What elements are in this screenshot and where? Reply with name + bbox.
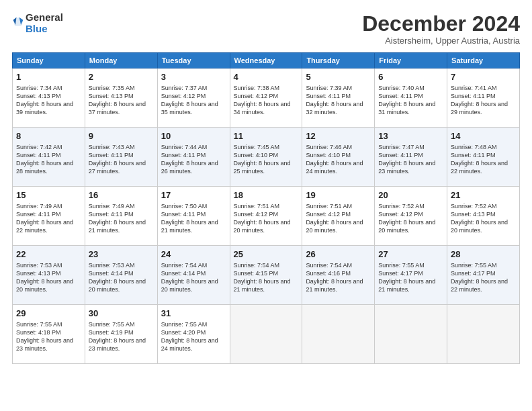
header-thursday: Thursday [302, 53, 375, 68]
day-number: 11 [234, 130, 299, 142]
daylight-label: Daylight: 8 hours and 26 minutes. [161, 160, 218, 175]
daylight-label: Daylight: 8 hours and 20 minutes. [451, 219, 508, 234]
calendar-cell: 13 Sunrise: 7:47 AM Sunset: 4:11 PM Dayl… [375, 128, 447, 187]
page: General Blue December 2024 Aistersheim, … [0, 0, 532, 371]
day-number: 23 [89, 248, 154, 261]
calendar-cell: 12 Sunrise: 7:46 AM Sunset: 4:10 PM Dayl… [302, 128, 375, 187]
sunrise-label: Sunrise: 7:42 AM [16, 144, 62, 150]
sunset-label: Sunset: 4:12 PM [234, 93, 279, 99]
daylight-label: Daylight: 8 hours and 21 minutes. [161, 219, 218, 234]
sunrise-label: Sunrise: 7:41 AM [451, 85, 497, 91]
calendar-cell: 18 Sunrise: 7:51 AM Sunset: 4:12 PM Dayl… [230, 187, 302, 246]
calendar-cell: 7 Sunrise: 7:41 AM Sunset: 4:11 PM Dayli… [447, 68, 520, 128]
calendar-cell: 6 Sunrise: 7:40 AM Sunset: 4:11 PM Dayli… [375, 68, 447, 128]
sunset-label: Sunset: 4:11 PM [161, 152, 206, 158]
calendar-cell: 8 Sunrise: 7:42 AM Sunset: 4:11 PM Dayli… [13, 128, 85, 187]
sunset-label: Sunset: 4:18 PM [16, 329, 61, 336]
day-number: 16 [89, 189, 154, 201]
calendar-cell: 30 Sunrise: 7:55 AM Sunset: 4:19 PM Dayl… [85, 305, 157, 364]
daylight-label: Daylight: 8 hours and 35 minutes. [161, 101, 218, 116]
day-number: 10 [161, 130, 226, 142]
sunrise-label: Sunrise: 7:54 AM [306, 262, 352, 269]
calendar-week-row: 1 Sunrise: 7:34 AM Sunset: 4:13 PM Dayli… [13, 68, 520, 128]
day-number: 7 [451, 71, 516, 83]
sunset-label: Sunset: 4:16 PM [306, 270, 351, 277]
day-number: 14 [451, 130, 516, 142]
calendar-cell: 26 Sunrise: 7:54 AM Sunset: 4:16 PM Dayl… [302, 246, 375, 305]
calendar-cell: 22 Sunrise: 7:53 AM Sunset: 4:13 PM Dayl… [13, 246, 85, 305]
day-number: 24 [161, 248, 226, 261]
logo-text-line2: Blue [26, 24, 63, 35]
day-number: 8 [16, 130, 81, 142]
sunset-label: Sunset: 4:11 PM [16, 211, 61, 218]
daylight-label: Daylight: 8 hours and 21 minutes. [89, 219, 146, 234]
day-number: 29 [16, 308, 81, 320]
daylight-label: Daylight: 8 hours and 21 minutes. [234, 278, 291, 293]
day-number: 31 [161, 308, 226, 320]
sunrise-label: Sunrise: 7:49 AM [16, 203, 62, 210]
calendar-cell: 10 Sunrise: 7:44 AM Sunset: 4:11 PM Dayl… [157, 128, 230, 187]
header-wednesday: Wednesday [230, 53, 302, 68]
day-number: 22 [16, 248, 81, 261]
calendar-cell: 31 Sunrise: 7:55 AM Sunset: 4:20 PM Dayl… [157, 305, 230, 364]
daylight-label: Daylight: 8 hours and 23 minutes. [16, 337, 73, 352]
day-number: 3 [161, 71, 226, 83]
calendar-cell [375, 305, 447, 364]
sunrise-label: Sunrise: 7:34 AM [16, 85, 62, 91]
sunset-label: Sunset: 4:11 PM [89, 152, 134, 158]
sunset-label: Sunset: 4:12 PM [234, 211, 279, 218]
logo-text-line1: General [26, 12, 63, 24]
calendar-cell: 28 Sunrise: 7:55 AM Sunset: 4:17 PM Dayl… [447, 246, 520, 305]
sunrise-label: Sunrise: 7:53 AM [89, 262, 135, 269]
sunrise-label: Sunrise: 7:46 AM [306, 144, 352, 150]
sunset-label: Sunset: 4:13 PM [451, 211, 496, 218]
calendar-cell: 5 Sunrise: 7:39 AM Sunset: 4:11 PM Dayli… [302, 68, 375, 128]
sunset-label: Sunset: 4:11 PM [306, 93, 351, 99]
sunrise-label: Sunrise: 7:51 AM [234, 203, 280, 210]
calendar-cell: 2 Sunrise: 7:35 AM Sunset: 4:13 PM Dayli… [85, 68, 157, 128]
subtitle: Aistersheim, Upper Austria, Austria [362, 36, 520, 46]
day-number: 13 [378, 130, 443, 142]
daylight-label: Daylight: 8 hours and 25 minutes. [234, 160, 291, 175]
sunset-label: Sunset: 4:15 PM [234, 270, 279, 277]
day-number: 15 [16, 189, 81, 201]
calendar-cell: 20 Sunrise: 7:52 AM Sunset: 4:12 PM Dayl… [375, 187, 447, 246]
daylight-label: Daylight: 8 hours and 27 minutes. [89, 160, 146, 175]
sunset-label: Sunset: 4:13 PM [16, 93, 61, 99]
sunrise-label: Sunrise: 7:55 AM [161, 321, 208, 328]
header: General Blue December 2024 Aistersheim, … [12, 12, 520, 46]
calendar-cell: 29 Sunrise: 7:55 AM Sunset: 4:18 PM Dayl… [13, 305, 85, 364]
sunset-label: Sunset: 4:11 PM [378, 93, 423, 99]
daylight-label: Daylight: 8 hours and 22 minutes. [451, 278, 508, 293]
daylight-label: Daylight: 8 hours and 21 minutes. [378, 278, 435, 293]
day-number: 4 [234, 71, 299, 83]
sunrise-label: Sunrise: 7:47 AM [378, 144, 425, 150]
calendar-cell: 23 Sunrise: 7:53 AM Sunset: 4:14 PM Dayl… [85, 246, 157, 305]
daylight-label: Daylight: 8 hours and 24 minutes. [161, 337, 218, 352]
day-number: 6 [378, 71, 443, 83]
calendar-week-row: 22 Sunrise: 7:53 AM Sunset: 4:13 PM Dayl… [13, 246, 520, 305]
calendar-cell: 1 Sunrise: 7:34 AM Sunset: 4:13 PM Dayli… [13, 68, 85, 128]
sunrise-label: Sunrise: 7:44 AM [161, 144, 208, 150]
daylight-label: Daylight: 8 hours and 22 minutes. [16, 219, 73, 234]
sunset-label: Sunset: 4:11 PM [451, 93, 496, 99]
sunset-label: Sunset: 4:10 PM [234, 152, 279, 158]
sunset-label: Sunset: 4:11 PM [161, 211, 206, 218]
daylight-label: Daylight: 8 hours and 20 minutes. [306, 219, 363, 234]
day-number: 18 [234, 189, 299, 201]
daylight-label: Daylight: 8 hours and 34 minutes. [234, 101, 291, 116]
daylight-label: Daylight: 8 hours and 20 minutes. [234, 219, 291, 234]
daylight-label: Daylight: 8 hours and 39 minutes. [16, 101, 73, 116]
daylight-label: Daylight: 8 hours and 37 minutes. [89, 101, 146, 116]
header-sunday: Sunday [13, 53, 85, 68]
daylight-label: Daylight: 8 hours and 21 minutes. [306, 278, 363, 293]
daylight-label: Daylight: 8 hours and 22 minutes. [451, 160, 508, 175]
sunset-label: Sunset: 4:11 PM [378, 152, 423, 158]
day-number: 21 [451, 189, 516, 201]
daylight-label: Daylight: 8 hours and 31 minutes. [378, 101, 435, 116]
sunrise-label: Sunrise: 7:45 AM [234, 144, 280, 150]
calendar-cell: 11 Sunrise: 7:45 AM Sunset: 4:10 PM Dayl… [230, 128, 302, 187]
sunrise-label: Sunrise: 7:52 AM [451, 203, 497, 210]
sunrise-label: Sunrise: 7:51 AM [306, 203, 352, 210]
day-number: 25 [234, 248, 299, 261]
